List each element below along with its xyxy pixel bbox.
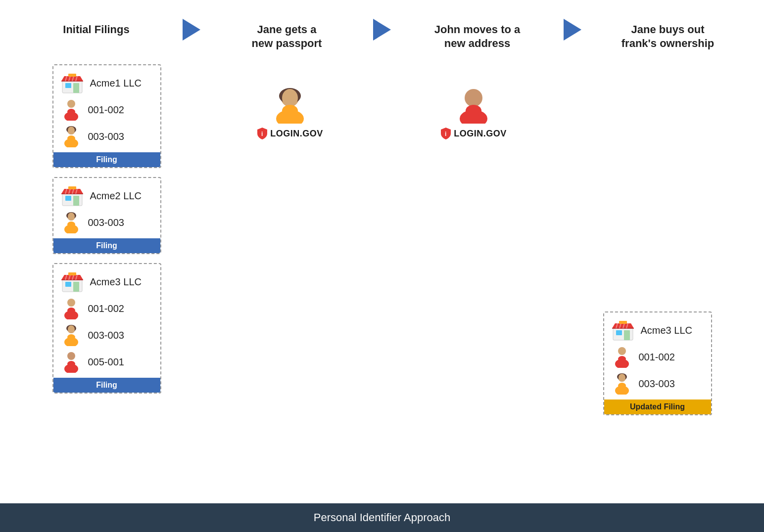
acme3-initial-member3: 005-001 <box>88 356 124 368</box>
acme1-name-row: Acme1 LLC <box>61 72 152 94</box>
footer-bar: Personal Identifier Approach <box>0 503 764 532</box>
arrow-1 <box>183 19 200 41</box>
svg-rect-73 <box>619 321 627 324</box>
step-title-jane-buyout: Jane buys out frank's ownership <box>586 8 749 51</box>
acme2-member1-row: 003-003 <box>61 212 152 233</box>
step-title-john-address: John moves to a new address <box>396 8 559 51</box>
svg-rect-2 <box>73 83 79 93</box>
svg-point-51 <box>67 352 75 360</box>
svg-rect-9 <box>68 74 76 77</box>
svg-point-74 <box>618 347 626 355</box>
acme3-updated-name: Acme3 LLC <box>641 325 693 336</box>
acme3-name-row: Acme3 LLC <box>61 271 152 293</box>
svg-rect-35 <box>73 282 79 292</box>
store-icon-acme3 <box>61 271 83 293</box>
svg-rect-66 <box>624 330 630 340</box>
svg-rect-1 <box>65 83 71 88</box>
svg-point-15 <box>68 127 75 134</box>
column-initial: Acme1 LLC 001-002 <box>15 64 198 498</box>
svg-point-58 <box>282 105 298 117</box>
john-address-label: John moves to a new address <box>434 23 521 50</box>
logingov-text-john: LOGIN.GOV <box>454 129 507 139</box>
acme1-member1-row: 001-002 <box>61 99 152 121</box>
acme1-member2: 003-003 <box>88 131 124 142</box>
jane-logingov-label: i LOGIN.GOV <box>257 128 323 139</box>
svg-rect-65 <box>616 330 622 335</box>
step-title-jane-passport: Jane gets a new passport <box>205 8 368 51</box>
svg-point-81 <box>618 383 626 389</box>
jane-avatar <box>273 84 307 124</box>
acme1-member2-row: 003-003 <box>61 126 152 147</box>
jane-login-block: i LOGIN.GOV <box>257 84 323 139</box>
acme3-initial-member1: 001-002 <box>88 303 124 314</box>
svg-point-43 <box>67 299 75 307</box>
footer-label: Personal Identifier Approach <box>314 511 450 524</box>
svg-point-76 <box>618 356 626 362</box>
acme3-initial-footer: Filing <box>53 378 160 393</box>
acme2-footer: Filing <box>53 238 160 253</box>
acme2-name-row: Acme2 LLC <box>61 185 152 207</box>
initial-filings-label: Initial Filings <box>63 23 129 36</box>
store-icon-acme2 <box>61 185 83 207</box>
acme3-initial-name: Acme3 LLC <box>90 276 142 288</box>
person-male-icon-acme3-updated <box>612 346 632 368</box>
svg-point-12 <box>67 109 75 115</box>
person-female-icon-2 <box>61 212 81 233</box>
acme2-member1: 003-003 <box>88 217 124 228</box>
step-title-initial: Initial Filings <box>15 23 178 37</box>
john-avatar <box>456 84 491 124</box>
svg-rect-42 <box>68 272 76 275</box>
header-row: Initial Filings Jane gets a new passport… <box>0 0 764 59</box>
acme3-updated-member2-row: 003-003 <box>612 373 703 395</box>
person-female-icon-acme3-updated <box>612 373 632 395</box>
svg-rect-34 <box>65 282 71 287</box>
content-area: Acme1 LLC 001-002 <box>0 59 764 503</box>
svg-rect-27 <box>68 186 76 189</box>
person-male-icon-acme3-frank <box>61 351 81 373</box>
acme3-updated-box: Acme3 LLC 001-002 <box>603 311 712 415</box>
acme3-updated-member1-row: 001-002 <box>612 346 703 368</box>
svg-point-48 <box>68 325 75 333</box>
svg-text:i: i <box>445 131 447 137</box>
jane-buyout-label: Jane buys out frank's ownership <box>621 23 714 50</box>
column-jane-passport: i LOGIN.GOV <box>198 64 382 498</box>
svg-point-79 <box>619 374 625 382</box>
store-icon-acme3-updated <box>612 319 634 341</box>
logingov-shield-icon-john: i <box>441 128 451 139</box>
acme3-updated-member1: 001-002 <box>639 352 675 363</box>
main-container: Initial Filings Jane gets a new passport… <box>0 0 764 532</box>
acme3-updated-name-row: Acme3 LLC <box>612 319 703 341</box>
acme1-name: Acme1 LLC <box>90 78 142 89</box>
svg-text:i: i <box>261 131 263 137</box>
svg-point-53 <box>67 361 75 367</box>
acme2-name: Acme2 LLC <box>90 190 142 202</box>
svg-point-10 <box>67 100 75 108</box>
acme3-initial-member2-row: 003-003 <box>61 324 152 346</box>
svg-point-30 <box>68 213 75 221</box>
svg-point-56 <box>282 89 298 107</box>
john-logingov-label: i LOGIN.GOV <box>441 128 507 139</box>
store-icon-acme1 <box>61 72 83 94</box>
svg-rect-20 <box>73 196 79 206</box>
svg-point-45 <box>67 308 75 313</box>
acme3-initial-box: Acme3 LLC 001-002 <box>52 263 161 394</box>
acme1-footer: Filing <box>53 152 160 167</box>
svg-point-50 <box>67 334 75 340</box>
acme3-updated-member2: 003-003 <box>639 378 675 390</box>
column-john-address: i LOGIN.GOV <box>382 64 566 498</box>
arrow-2 <box>373 19 391 41</box>
person-female-icon-acme3 <box>61 324 81 346</box>
acme3-initial-member3-row: 005-001 <box>61 351 152 373</box>
logingov-text-jane: LOGIN.GOV <box>270 129 323 139</box>
person-male-icon-acme3 <box>61 298 81 319</box>
acme3-initial-member1-row: 001-002 <box>61 298 152 319</box>
acme3-updated-footer: Updated Filing <box>604 399 711 414</box>
svg-point-32 <box>67 222 75 227</box>
person-male-icon-1 <box>61 99 81 121</box>
svg-point-62 <box>466 105 481 117</box>
person-female-icon-1 <box>61 126 81 147</box>
acme2-box: Acme2 LLC 003-003 Filing <box>52 177 161 254</box>
svg-point-17 <box>67 135 75 141</box>
arrow-3 <box>564 19 581 41</box>
logingov-shield-icon-jane: i <box>257 128 267 139</box>
